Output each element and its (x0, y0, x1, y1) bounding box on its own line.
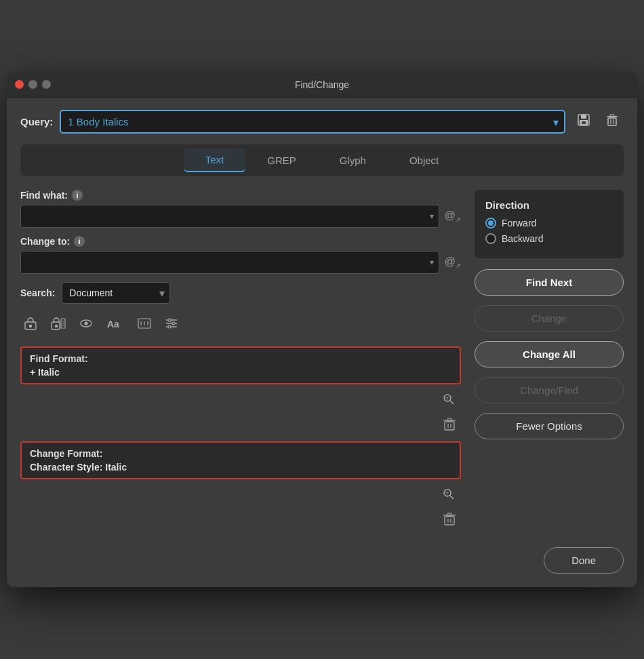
radio-forward-outer (485, 218, 496, 228)
change-to-input-row: ▾ @↗ (20, 251, 461, 274)
query-select-wrapper: 1 Body Italics (60, 110, 565, 134)
query-actions (572, 110, 624, 134)
search-label: Search: (20, 287, 55, 298)
svg-rect-12 (55, 325, 58, 327)
svg-rect-35 (447, 418, 451, 420)
tab-object[interactable]: Object (388, 148, 460, 172)
tab-glyph[interactable]: Glyph (318, 148, 388, 172)
svg-rect-41 (445, 517, 454, 525)
svg-rect-43 (447, 513, 451, 515)
find-next-button[interactable]: Find Next (475, 269, 624, 296)
save-query-button[interactable] (572, 110, 595, 134)
change-to-input[interactable] (20, 251, 439, 274)
lock-layers2-icon[interactable] (47, 313, 69, 337)
change-to-info-icon[interactable]: i (74, 236, 85, 247)
svg-point-29 (168, 325, 171, 328)
change-format-delete-btn[interactable] (441, 510, 458, 532)
radio-forward-label: Forward (502, 218, 536, 228)
bottom-row: Done (20, 547, 624, 574)
find-what-input-wrapper: ▾ (20, 205, 439, 228)
change-format-search-row: T (20, 485, 461, 507)
case-sensitive-icon[interactable]: Aa (103, 313, 127, 337)
done-button[interactable]: Done (544, 547, 624, 574)
change-find-button[interactable]: Change/Find (475, 377, 624, 403)
svg-line-31 (450, 401, 454, 404)
change-button[interactable]: Change (475, 305, 624, 332)
main-area: Find what: i ▾ @↗ Change to: (20, 190, 624, 536)
svg-rect-10 (29, 325, 32, 327)
svg-text:T: T (445, 491, 449, 497)
minimize-button[interactable] (28, 80, 37, 89)
traffic-lights (15, 80, 51, 89)
change-all-button[interactable]: Change All (475, 341, 624, 367)
change-to-row: Change to: i ▾ @↗ (20, 236, 461, 274)
find-what-input[interactable] (20, 205, 439, 228)
svg-point-28 (172, 322, 175, 325)
fewer-options-button[interactable]: Fewer Options (475, 413, 624, 439)
change-format-box: Change Format: Character Style: Italic (20, 441, 461, 479)
left-panel: Find what: i ▾ @↗ Change to: (20, 190, 461, 536)
search-row: Search: Document Story Selection All Doc… (20, 282, 461, 304)
window-title: Find/Change (295, 79, 349, 90)
svg-rect-1 (581, 115, 586, 119)
svg-text:T: T (445, 396, 449, 402)
main-window: Find/Change Query: 1 Body Italics (7, 72, 637, 587)
find-what-info-icon[interactable]: i (72, 190, 83, 201)
radio-forward-row[interactable]: Forward (485, 218, 613, 228)
change-format-search-icon-btn[interactable]: T (439, 485, 458, 507)
tab-grep[interactable]: GREP (245, 148, 318, 172)
find-format-value: + Italic (30, 367, 451, 378)
find-what-at-icon[interactable]: @↗ (445, 209, 461, 223)
whole-word-icon[interactable] (134, 313, 155, 337)
other-options-icon[interactable] (161, 313, 182, 337)
svg-line-39 (450, 496, 454, 499)
query-row: Query: 1 Body Italics (20, 110, 624, 134)
svg-rect-33 (445, 422, 454, 430)
find-what-input-row: ▾ @↗ (20, 205, 461, 228)
search-select-wrapper: Document Story Selection All Documents (62, 282, 170, 304)
radio-backward-row[interactable]: Backward (485, 233, 613, 244)
search-select[interactable]: Document Story Selection All Documents (62, 282, 170, 304)
find-format-search-row: T (20, 390, 461, 412)
dialog-content: Query: 1 Body Italics (7, 98, 637, 587)
find-format-delete-btn[interactable] (441, 415, 458, 437)
change-format-title: Change Format: (30, 448, 451, 459)
change-format-section: Change Format: Character Style: Italic T (20, 441, 461, 532)
change-format-value: Character Style: Italic (30, 462, 451, 473)
find-format-section: Find Format: + Italic T (20, 346, 461, 437)
close-button[interactable] (15, 80, 24, 89)
svg-point-27 (168, 319, 171, 321)
find-format-search-icon-btn[interactable]: T (439, 390, 458, 412)
change-to-input-wrapper: ▾ (20, 251, 439, 274)
titlebar: Find/Change (7, 72, 637, 98)
delete-query-button[interactable] (601, 110, 624, 134)
tabs-row: Text GREP Glyph Object (20, 144, 624, 176)
hidden-layers-icon[interactable] (76, 313, 96, 337)
find-format-box: Find Format: + Italic (20, 346, 461, 384)
query-label: Query: (20, 116, 53, 127)
find-format-title: Find Format: (30, 353, 451, 364)
toolbar-row: Aa (20, 313, 461, 337)
svg-point-18 (85, 322, 88, 325)
radio-forward-inner (488, 220, 494, 226)
svg-rect-4 (608, 118, 616, 125)
query-select[interactable]: 1 Body Italics (60, 110, 565, 134)
tab-text[interactable]: Text (184, 148, 246, 172)
svg-rect-6 (610, 115, 614, 117)
find-format-delete-row (20, 415, 461, 437)
find-what-row: Find what: i ▾ @↗ (20, 190, 461, 228)
right-panel: Direction Forward Backward Find Next (475, 190, 624, 536)
change-to-at-icon[interactable]: @↗ (445, 256, 461, 269)
radio-backward-outer (485, 233, 496, 244)
maximize-button[interactable] (42, 80, 51, 89)
radio-backward-label: Backward (502, 233, 543, 244)
lock-layers-icon[interactable] (20, 313, 41, 337)
svg-rect-3 (582, 121, 586, 124)
change-format-delete-row (20, 510, 461, 532)
svg-text:Aa: Aa (107, 319, 119, 330)
direction-label: Direction (485, 199, 613, 211)
change-to-label: Change to: i (20, 236, 461, 247)
direction-box: Direction Forward Backward (475, 190, 624, 258)
find-what-label: Find what: i (20, 190, 461, 201)
